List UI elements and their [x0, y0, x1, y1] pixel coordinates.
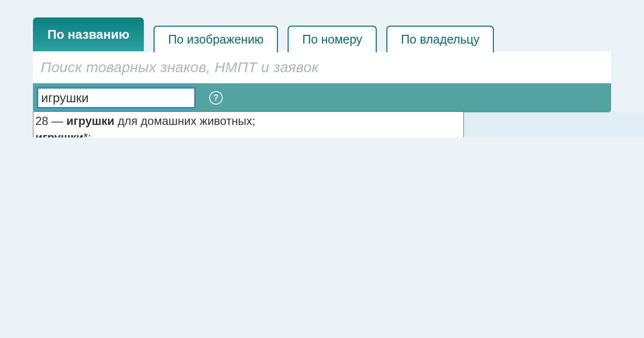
- main-search-bar[interactable]: Поиск товарных знаков, НМПТ и заявок: [33, 51, 611, 83]
- tab-by-name[interactable]: По названию: [33, 17, 144, 51]
- question-mark-icon: ?: [214, 93, 219, 103]
- search-widget: По названию По изображению По номеру По …: [0, 0, 644, 138]
- autocomplete-item[interactable]: игрушки*;: [34, 129, 462, 138]
- filter-bar: ?: [33, 83, 611, 112]
- tab-by-image[interactable]: По изображению: [153, 26, 278, 52]
- search-placeholder: Поиск товарных знаков, НМПТ и заявок: [41, 60, 319, 75]
- help-icon[interactable]: ?: [209, 91, 223, 105]
- tab-by-owner[interactable]: По владельцу: [386, 26, 494, 52]
- class-filter-input[interactable]: [37, 87, 196, 108]
- tab-by-number[interactable]: По номеру: [288, 26, 377, 52]
- autocomplete-item[interactable]: 28 — игрушки для домашних животных;: [34, 113, 462, 129]
- tabs-row: По названию По изображению По номеру По …: [0, 0, 644, 51]
- autocomplete-dropdown: 28 — игрушки для домашних животных;игруш…: [33, 111, 464, 138]
